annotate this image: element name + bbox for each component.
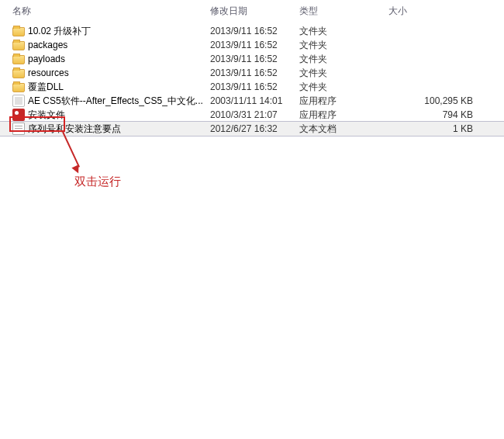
column-header-row: 名称 修改日期 类型 大小 bbox=[0, 0, 504, 24]
application-icon bbox=[12, 95, 25, 107]
folder-icon bbox=[12, 41, 25, 50]
file-type-cell: 文件夹 bbox=[295, 39, 384, 52]
file-name-cell: resources bbox=[0, 67, 205, 78]
folder-icon bbox=[12, 69, 25, 78]
highlight-box bbox=[9, 116, 65, 132]
file-size-cell: 100,295 KB bbox=[384, 95, 504, 106]
file-type-cell: 文件夹 bbox=[295, 67, 384, 80]
file-type-cell: 文件夹 bbox=[295, 81, 384, 94]
file-name-label: payloads bbox=[28, 54, 65, 64]
file-date-cell: 2012/6/27 16:32 bbox=[205, 123, 295, 134]
column-header-type[interactable]: 类型 bbox=[295, 3, 384, 19]
column-header-size[interactable]: 大小 bbox=[384, 3, 504, 19]
file-date-cell: 2013/9/11 16:52 bbox=[205, 81, 295, 92]
annotation-arrow-line bbox=[62, 132, 80, 168]
file-date-cell: 2003/11/11 14:01 bbox=[205, 95, 295, 106]
file-type-cell: 应用程序 bbox=[295, 95, 384, 108]
file-type-cell: 文件夹 bbox=[295, 53, 384, 66]
file-name-label: resources bbox=[28, 67, 69, 78]
file-name-label: 覆盖DLL bbox=[28, 81, 64, 94]
file-name-label: 10.02 升级补丁 bbox=[28, 25, 91, 38]
annotation-arrow-head bbox=[71, 164, 81, 175]
file-row[interactable]: payloads2013/9/11 16:52文件夹 bbox=[0, 52, 504, 66]
file-name-cell: AE CS5软件--After_Effects_CS5_中文化... bbox=[0, 95, 205, 108]
file-row[interactable]: 序列号和安装注意要点2012/6/27 16:32文本文档1 KB bbox=[0, 122, 504, 136]
file-date-cell: 2013/9/11 16:52 bbox=[205, 54, 295, 64]
file-date-cell: 2013/9/11 16:52 bbox=[205, 40, 295, 50]
file-name-label: packages bbox=[28, 40, 67, 50]
folder-icon bbox=[12, 55, 25, 64]
file-name-label: AE CS5软件--After_Effects_CS5_中文化... bbox=[28, 95, 203, 108]
file-row[interactable]: 安装文件2010/3/31 21:07应用程序794 KB bbox=[0, 108, 504, 122]
file-size-cell: 1 KB bbox=[384, 123, 504, 134]
file-name-cell: 10.02 升级补丁 bbox=[0, 25, 205, 38]
file-name-cell: 覆盖DLL bbox=[0, 81, 205, 94]
file-row[interactable]: 覆盖DLL2013/9/11 16:52文件夹 bbox=[0, 80, 504, 94]
file-size-cell: 794 KB bbox=[384, 109, 504, 120]
file-type-cell: 应用程序 bbox=[295, 109, 384, 122]
file-list: 10.02 升级补丁2013/9/11 16:52文件夹packages2013… bbox=[0, 24, 504, 136]
file-row[interactable]: resources2013/9/11 16:52文件夹 bbox=[0, 66, 504, 80]
file-row[interactable]: AE CS5软件--After_Effects_CS5_中文化...2003/1… bbox=[0, 94, 504, 108]
file-date-cell: 2013/9/11 16:52 bbox=[205, 67, 295, 78]
file-type-cell: 文本文档 bbox=[295, 123, 384, 136]
folder-icon bbox=[12, 27, 25, 36]
file-date-cell: 2013/9/11 16:52 bbox=[205, 26, 295, 36]
file-date-cell: 2010/3/31 21:07 bbox=[205, 109, 295, 120]
file-type-cell: 文件夹 bbox=[295, 25, 384, 38]
folder-icon bbox=[12, 83, 25, 92]
file-name-cell: payloads bbox=[0, 54, 205, 64]
file-row[interactable]: 10.02 升级补丁2013/9/11 16:52文件夹 bbox=[0, 24, 504, 38]
annotation-text: 双击运行 bbox=[74, 175, 121, 189]
column-header-name[interactable]: 名称 bbox=[0, 3, 205, 19]
file-row[interactable]: packages2013/9/11 16:52文件夹 bbox=[0, 38, 504, 52]
file-name-cell: packages bbox=[0, 40, 205, 50]
column-header-date[interactable]: 修改日期 bbox=[205, 3, 295, 19]
